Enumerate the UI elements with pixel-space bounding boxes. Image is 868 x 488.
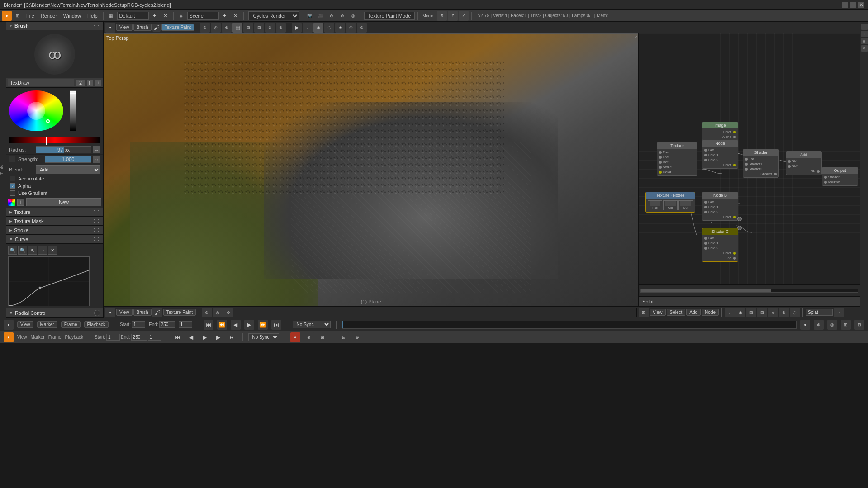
close-button[interactable]: ✕ — [858, 2, 864, 8]
workspace-input[interactable] — [117, 12, 149, 20]
status-skip-start[interactable]: ⏮ — [173, 332, 183, 342]
stroke-section-header[interactable]: ▶ Stroke ⋮⋮⋮ — [6, 226, 103, 235]
maximize-button[interactable]: □ — [850, 2, 856, 8]
add-workspace-icon[interactable]: + — [150, 11, 160, 21]
use-gradient-checkbox[interactable] — [10, 190, 15, 196]
vp-icon8[interactable]: ⊕ — [276, 23, 286, 33]
node-node-btn[interactable]: Node — [702, 309, 719, 316]
node-add1[interactable]: Add Sh1 Sh2 Sh — [786, 151, 822, 175]
status-icon2[interactable]: ⊕ — [304, 332, 314, 342]
status-next[interactable]: ▶ — [213, 332, 223, 342]
vp-icon7[interactable]: ⊕ — [265, 23, 275, 33]
texture-section-header[interactable]: ▶ Texture ⋮⋮⋮ — [6, 208, 103, 217]
bottom-paint-icon[interactable]: 🖌 — [152, 308, 162, 317]
strength-bar[interactable]: 1.000 — [45, 156, 91, 163]
vp-icon11[interactable]: ◌ — [324, 23, 334, 33]
texture-paint-icon[interactable]: 🖌 — [152, 24, 161, 32]
splat-input[interactable] — [806, 309, 833, 316]
sidebar-right-icon4[interactable]: ✕ — [861, 45, 868, 52]
rev-play-btn[interactable]: ◀ — [231, 320, 241, 330]
vp-icon2[interactable]: ◎ — [211, 23, 221, 33]
sidebar-right-icon2[interactable]: ⊕ — [861, 31, 868, 37]
strength-arrow[interactable]: ↔ — [93, 156, 100, 163]
help-menu[interactable]: Help — [85, 12, 100, 19]
current-frame-input[interactable] — [179, 321, 192, 328]
sync-select[interactable]: No Sync Frame Drop AV-sync — [293, 321, 331, 328]
mirror-icon[interactable]: Mirror: — [421, 11, 436, 21]
sidebar-right-icon1[interactable]: + — [861, 24, 868, 30]
window-menu[interactable]: Window — [61, 12, 84, 19]
render-engine-select[interactable]: Cycles Render Blender Render — [248, 11, 299, 20]
status-prev[interactable]: ◀ — [186, 332, 196, 342]
node-icon4[interactable]: ⊟ — [757, 308, 767, 317]
status-start-input[interactable] — [106, 334, 120, 341]
render-icon[interactable]: ◈ — [176, 11, 186, 21]
node-select-btn[interactable]: Select — [667, 309, 686, 316]
node-icon2[interactable]: ◉ — [735, 308, 745, 317]
render-icon6[interactable]: ◎ — [348, 11, 358, 21]
texture-paint-mode-btn[interactable]: Texture Paint Mode — [364, 12, 415, 20]
status-icon3[interactable]: ⊞ — [318, 332, 327, 342]
curve-zoom-out[interactable]: 🔍 — [18, 246, 27, 255]
strength-lock-icon[interactable] — [9, 156, 15, 162]
node-scrollbar[interactable] — [640, 289, 858, 293]
node-icon7[interactable]: ◌ — [790, 308, 800, 317]
sidebar-right-icon3[interactable]: ⊞ — [861, 38, 868, 44]
status-end-input[interactable] — [131, 334, 147, 341]
close-workspace-icon[interactable]: ✕ — [161, 11, 171, 21]
status-skip-end[interactable]: ⏭ — [227, 332, 237, 342]
view-btn[interactable]: View — [116, 24, 133, 31]
status-icon1[interactable]: ● — [290, 332, 300, 342]
node-icon6[interactable]: ⊕ — [779, 308, 789, 317]
timeline-mode-icon[interactable]: ● — [4, 320, 14, 330]
color-bar[interactable] — [9, 137, 100, 143]
timeline-icon4[interactable]: ⊞ — [841, 320, 851, 330]
mirror-x-btn[interactable]: X — [437, 11, 447, 21]
skip-start-btn[interactable]: ⏮ — [204, 320, 213, 330]
timeline-ruler[interactable] — [342, 321, 797, 329]
radius-arrow[interactable]: ↔ — [93, 146, 100, 153]
bottom-view-btn[interactable]: View — [116, 309, 133, 316]
radial-control-section-header[interactable]: ▼ Radial Control ⋮⋮⋮ — [6, 308, 103, 318]
color-swatch[interactable] — [8, 199, 15, 206]
color-wheel[interactable] — [9, 90, 63, 131]
scene-input[interactable] — [187, 12, 219, 20]
tool-name-input[interactable] — [8, 79, 74, 86]
mirror-z-btn[interactable]: Z — [459, 11, 469, 21]
node-right-icon[interactable]: ↔ — [834, 308, 844, 317]
end-frame-input[interactable] — [159, 321, 175, 328]
timeline-marker-btn[interactable]: Marker — [37, 321, 57, 328]
timeline-view-btn[interactable]: View — [17, 321, 33, 328]
play-btn[interactable]: ▶ — [244, 320, 254, 330]
texture-mask-section-header[interactable]: ▶ Texture Mask ⋮⋮⋮ — [6, 217, 103, 226]
node-editor-icon[interactable]: ⊞ — [639, 308, 649, 317]
curve-section-header[interactable]: ▼ Curve ⋮⋮⋮ — [6, 235, 103, 244]
status-icon4[interactable]: ⊟ — [339, 332, 349, 342]
next-frame-btn[interactable]: ⏩ — [258, 320, 268, 330]
node-icon1[interactable]: ○ — [725, 308, 735, 317]
timeline-playback-btn[interactable]: Playback — [84, 321, 109, 328]
blend-select[interactable]: Add Mix Multiply Subtract — [36, 165, 100, 174]
b-icon1[interactable]: ⊙ — [202, 308, 212, 317]
vp-icon6[interactable]: ⊟ — [254, 23, 264, 33]
node-view-btn[interactable]: View — [650, 309, 666, 316]
brush-btn[interactable]: Brush — [133, 24, 152, 31]
bottom-brush-btn[interactable]: Brush — [133, 309, 152, 316]
vp-icon12[interactable]: ◈ — [335, 23, 345, 33]
curve-close[interactable]: ✕ — [48, 246, 57, 255]
start-frame-input[interactable] — [132, 321, 145, 328]
alpha-checkbox[interactable]: ✓ — [10, 183, 15, 189]
vp-icon3[interactable]: ⊕ — [222, 23, 232, 33]
file-menu[interactable]: File — [24, 12, 37, 19]
prev-frame-btn[interactable]: ⏪ — [217, 320, 227, 330]
vp-icon5[interactable]: ⊞ — [243, 23, 253, 33]
add-color-button[interactable]: + — [17, 199, 24, 206]
render-menu[interactable]: Render — [38, 12, 60, 19]
blender-icon[interactable]: ● — [2, 11, 12, 21]
timeline-icon2[interactable]: ⊕ — [814, 320, 824, 330]
b-icon2[interactable]: ◎ — [213, 308, 223, 317]
render-icon5[interactable]: ⊕ — [337, 11, 347, 21]
brightness-strip[interactable] — [70, 90, 76, 131]
skip-end-btn[interactable]: ⏭ — [271, 320, 281, 330]
bottom-texture-paint-btn[interactable]: Texture Paint — [163, 309, 196, 316]
